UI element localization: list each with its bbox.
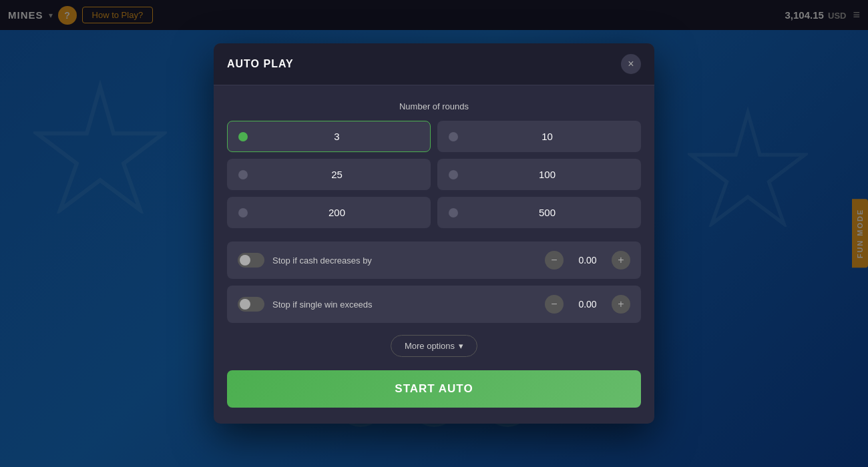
round-value-25: 25 xyxy=(254,169,419,180)
round-radio-100 xyxy=(449,170,458,179)
stop-cash-row: Stop if cash decreases by − 0.00 + xyxy=(227,242,641,279)
round-option-500[interactable]: 500 xyxy=(437,197,641,228)
round-radio-500 xyxy=(449,208,458,217)
round-option-25[interactable]: 25 xyxy=(227,159,431,190)
stop-win-label: Stop if single win exceeds xyxy=(272,300,537,310)
stop-win-row: Stop if single win exceeds − 0.00 + xyxy=(227,286,641,323)
round-radio-3 xyxy=(238,132,248,141)
modal-close-button[interactable]: × xyxy=(621,54,641,74)
round-value-500: 500 xyxy=(465,207,630,218)
autoplay-modal: AUTO PLAY × Number of rounds 3 10 25 xyxy=(214,43,654,424)
more-options-button[interactable]: More options ▾ xyxy=(391,335,477,357)
round-value-3: 3 xyxy=(254,131,419,142)
stop-win-value: 0.00 xyxy=(568,299,608,310)
stop-win-thumb xyxy=(240,299,250,310)
stop-win-decrement[interactable]: − xyxy=(545,295,564,314)
modal-header: AUTO PLAY × xyxy=(214,43,654,85)
modal-body: Number of rounds 3 10 25 100 xyxy=(214,85,654,424)
stop-win-toggle[interactable] xyxy=(238,297,264,312)
modal-overlay: AUTO PLAY × Number of rounds 3 10 25 xyxy=(0,0,868,467)
rounds-section-label: Number of rounds xyxy=(227,101,641,111)
round-option-200[interactable]: 200 xyxy=(227,197,431,228)
round-option-100[interactable]: 100 xyxy=(437,159,641,190)
rounds-grid: 3 10 25 100 200 xyxy=(227,121,641,228)
round-value-200: 200 xyxy=(254,207,419,218)
round-option-3[interactable]: 3 xyxy=(227,121,431,152)
more-options-chevron-icon: ▾ xyxy=(459,341,463,351)
more-options-row: More options ▾ xyxy=(227,335,641,357)
stop-cash-value: 0.00 xyxy=(568,255,608,266)
more-options-label: More options xyxy=(405,341,455,351)
round-value-100: 100 xyxy=(465,169,630,180)
stop-cash-thumb xyxy=(240,255,250,266)
stop-cash-label: Stop if cash decreases by xyxy=(272,256,537,266)
stop-cash-increment[interactable]: + xyxy=(612,251,630,270)
round-radio-200 xyxy=(238,208,248,217)
stop-win-control: − 0.00 + xyxy=(545,295,630,314)
start-auto-button[interactable]: START AUTO xyxy=(227,370,641,408)
modal-title: AUTO PLAY xyxy=(227,58,294,70)
round-option-10[interactable]: 10 xyxy=(437,121,641,152)
stop-win-increment[interactable]: + xyxy=(612,295,630,314)
stop-cash-control: − 0.00 + xyxy=(545,251,630,270)
round-radio-25 xyxy=(238,170,248,179)
stop-cash-toggle[interactable] xyxy=(238,253,264,268)
round-radio-10 xyxy=(449,132,458,141)
round-value-10: 10 xyxy=(465,131,630,142)
stop-cash-decrement[interactable]: − xyxy=(545,251,564,270)
